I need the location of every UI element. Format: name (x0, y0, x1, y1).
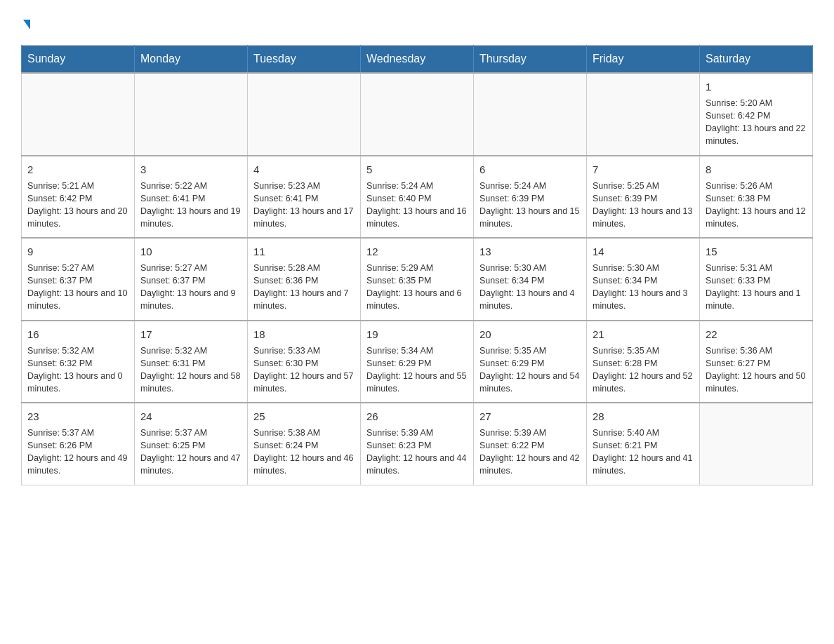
day-info: Sunrise: 5:30 AM Sunset: 6:34 PM Dayligh… (593, 262, 694, 313)
calendar-day-cell (587, 73, 700, 156)
day-info: Sunrise: 5:38 AM Sunset: 6:24 PM Dayligh… (253, 427, 355, 478)
calendar-day-cell (700, 403, 813, 485)
day-number: 10 (140, 244, 241, 259)
day-info: Sunrise: 5:24 AM Sunset: 6:39 PM Dayligh… (479, 180, 581, 231)
day-info: Sunrise: 5:20 AM Sunset: 6:42 PM Dayligh… (706, 97, 807, 148)
calendar-day-cell: 20Sunrise: 5:35 AM Sunset: 6:29 PM Dayli… (474, 321, 587, 403)
calendar-day-cell: 27Sunrise: 5:39 AM Sunset: 6:22 PM Dayli… (474, 403, 587, 485)
day-info: Sunrise: 5:27 AM Sunset: 6:37 PM Dayligh… (140, 262, 241, 313)
calendar-week-row: 9Sunrise: 5:27 AM Sunset: 6:37 PM Daylig… (22, 238, 813, 321)
calendar-day-cell: 1Sunrise: 5:20 AM Sunset: 6:42 PM Daylig… (700, 73, 813, 156)
day-number: 17 (140, 327, 241, 342)
calendar-day-cell: 19Sunrise: 5:34 AM Sunset: 6:29 PM Dayli… (361, 321, 474, 403)
day-number: 12 (366, 244, 468, 259)
day-number: 15 (706, 244, 807, 259)
day-info: Sunrise: 5:31 AM Sunset: 6:33 PM Dayligh… (706, 262, 807, 313)
day-number: 6 (479, 162, 581, 177)
calendar-day-cell (248, 73, 361, 156)
calendar-day-cell: 5Sunrise: 5:24 AM Sunset: 6:40 PM Daylig… (361, 156, 474, 239)
day-number: 21 (593, 327, 694, 342)
day-info: Sunrise: 5:30 AM Sunset: 6:34 PM Dayligh… (479, 262, 581, 313)
calendar-day-cell (474, 73, 587, 156)
day-info: Sunrise: 5:39 AM Sunset: 6:23 PM Dayligh… (366, 427, 468, 478)
day-info: Sunrise: 5:34 AM Sunset: 6:29 PM Dayligh… (366, 344, 468, 396)
day-number: 9 (27, 244, 128, 259)
day-info: Sunrise: 5:25 AM Sunset: 6:39 PM Dayligh… (593, 180, 694, 231)
calendar-day-cell: 7Sunrise: 5:25 AM Sunset: 6:39 PM Daylig… (587, 156, 700, 239)
day-info: Sunrise: 5:27 AM Sunset: 6:37 PM Dayligh… (27, 262, 128, 313)
day-number: 4 (253, 162, 355, 177)
calendar-day-cell: 17Sunrise: 5:32 AM Sunset: 6:31 PM Dayli… (135, 321, 248, 403)
logo (21, 14, 32, 32)
calendar-weekday-header: Wednesday (361, 46, 474, 74)
day-number: 27 (479, 409, 581, 424)
day-info: Sunrise: 5:32 AM Sunset: 6:31 PM Dayligh… (140, 344, 241, 396)
day-number: 14 (593, 244, 694, 259)
calendar-week-row: 1Sunrise: 5:20 AM Sunset: 6:42 PM Daylig… (22, 73, 813, 156)
calendar-day-cell: 22Sunrise: 5:36 AM Sunset: 6:27 PM Dayli… (700, 321, 813, 403)
day-info: Sunrise: 5:24 AM Sunset: 6:40 PM Dayligh… (366, 180, 468, 231)
day-number: 7 (593, 162, 694, 177)
calendar-day-cell: 12Sunrise: 5:29 AM Sunset: 6:35 PM Dayli… (361, 238, 474, 321)
day-number: 11 (253, 244, 355, 259)
day-info: Sunrise: 5:37 AM Sunset: 6:25 PM Dayligh… (140, 427, 241, 478)
calendar-day-cell: 10Sunrise: 5:27 AM Sunset: 6:37 PM Dayli… (135, 238, 248, 321)
day-number: 16 (27, 327, 128, 342)
calendar-day-cell (361, 73, 474, 156)
calendar-table: SundayMondayTuesdayWednesdayThursdayFrid… (21, 45, 813, 485)
calendar-day-cell: 14Sunrise: 5:30 AM Sunset: 6:34 PM Dayli… (587, 238, 700, 321)
day-number: 24 (140, 409, 241, 424)
day-info: Sunrise: 5:28 AM Sunset: 6:36 PM Dayligh… (253, 262, 355, 313)
day-number: 26 (366, 409, 468, 424)
logo-arrow-icon (23, 20, 30, 29)
calendar-day-cell: 4Sunrise: 5:23 AM Sunset: 6:41 PM Daylig… (248, 156, 361, 239)
calendar-day-cell: 15Sunrise: 5:31 AM Sunset: 6:33 PM Dayli… (700, 238, 813, 321)
day-number: 2 (27, 162, 128, 177)
calendar-weekday-header: Sunday (22, 46, 135, 74)
calendar-day-cell: 13Sunrise: 5:30 AM Sunset: 6:34 PM Dayli… (474, 238, 587, 321)
calendar-day-cell: 2Sunrise: 5:21 AM Sunset: 6:42 PM Daylig… (22, 156, 135, 239)
calendar-weekday-header: Monday (135, 46, 248, 74)
day-info: Sunrise: 5:32 AM Sunset: 6:32 PM Dayligh… (27, 344, 128, 396)
calendar-day-cell: 3Sunrise: 5:22 AM Sunset: 6:41 PM Daylig… (135, 156, 248, 239)
calendar-week-row: 23Sunrise: 5:37 AM Sunset: 6:26 PM Dayli… (22, 403, 813, 485)
calendar-weekday-header: Saturday (700, 46, 813, 74)
day-number: 13 (479, 244, 581, 259)
day-info: Sunrise: 5:23 AM Sunset: 6:41 PM Dayligh… (253, 180, 355, 231)
calendar-weekday-header: Tuesday (248, 46, 361, 74)
calendar-weekday-header: Friday (587, 46, 700, 74)
day-number: 3 (140, 162, 241, 177)
day-info: Sunrise: 5:29 AM Sunset: 6:35 PM Dayligh… (366, 262, 468, 313)
calendar-week-row: 2Sunrise: 5:21 AM Sunset: 6:42 PM Daylig… (22, 156, 813, 239)
calendar-day-cell: 18Sunrise: 5:33 AM Sunset: 6:30 PM Dayli… (248, 321, 361, 403)
calendar-day-cell: 26Sunrise: 5:39 AM Sunset: 6:23 PM Dayli… (361, 403, 474, 485)
calendar-day-cell: 16Sunrise: 5:32 AM Sunset: 6:32 PM Dayli… (22, 321, 135, 403)
calendar-day-cell: 25Sunrise: 5:38 AM Sunset: 6:24 PM Dayli… (248, 403, 361, 485)
day-info: Sunrise: 5:22 AM Sunset: 6:41 PM Dayligh… (140, 180, 241, 231)
day-info: Sunrise: 5:37 AM Sunset: 6:26 PM Dayligh… (27, 427, 128, 478)
calendar-week-row: 16Sunrise: 5:32 AM Sunset: 6:32 PM Dayli… (22, 321, 813, 403)
day-number: 18 (253, 327, 355, 342)
day-info: Sunrise: 5:26 AM Sunset: 6:38 PM Dayligh… (706, 180, 807, 231)
calendar-day-cell: 6Sunrise: 5:24 AM Sunset: 6:39 PM Daylig… (474, 156, 587, 239)
day-info: Sunrise: 5:35 AM Sunset: 6:28 PM Dayligh… (593, 344, 694, 396)
calendar-day-cell: 9Sunrise: 5:27 AM Sunset: 6:37 PM Daylig… (22, 238, 135, 321)
day-info: Sunrise: 5:35 AM Sunset: 6:29 PM Dayligh… (479, 344, 581, 396)
day-info: Sunrise: 5:21 AM Sunset: 6:42 PM Dayligh… (27, 180, 128, 231)
calendar-day-cell: 28Sunrise: 5:40 AM Sunset: 6:21 PM Dayli… (587, 403, 700, 485)
day-number: 19 (366, 327, 468, 342)
day-number: 22 (706, 327, 807, 342)
calendar-day-cell: 23Sunrise: 5:37 AM Sunset: 6:26 PM Dayli… (22, 403, 135, 485)
day-number: 25 (253, 409, 355, 424)
calendar-day-cell: 24Sunrise: 5:37 AM Sunset: 6:25 PM Dayli… (135, 403, 248, 485)
calendar-day-cell: 21Sunrise: 5:35 AM Sunset: 6:28 PM Dayli… (587, 321, 700, 403)
day-number: 20 (479, 327, 581, 342)
calendar-day-cell (22, 73, 135, 156)
calendar-weekday-header: Thursday (474, 46, 587, 74)
calendar-header-row: SundayMondayTuesdayWednesdayThursdayFrid… (22, 46, 813, 74)
page-header (21, 14, 813, 32)
calendar-day-cell: 11Sunrise: 5:28 AM Sunset: 6:36 PM Dayli… (248, 238, 361, 321)
day-info: Sunrise: 5:40 AM Sunset: 6:21 PM Dayligh… (593, 427, 694, 478)
calendar-day-cell (135, 73, 248, 156)
day-number: 1 (706, 79, 807, 94)
